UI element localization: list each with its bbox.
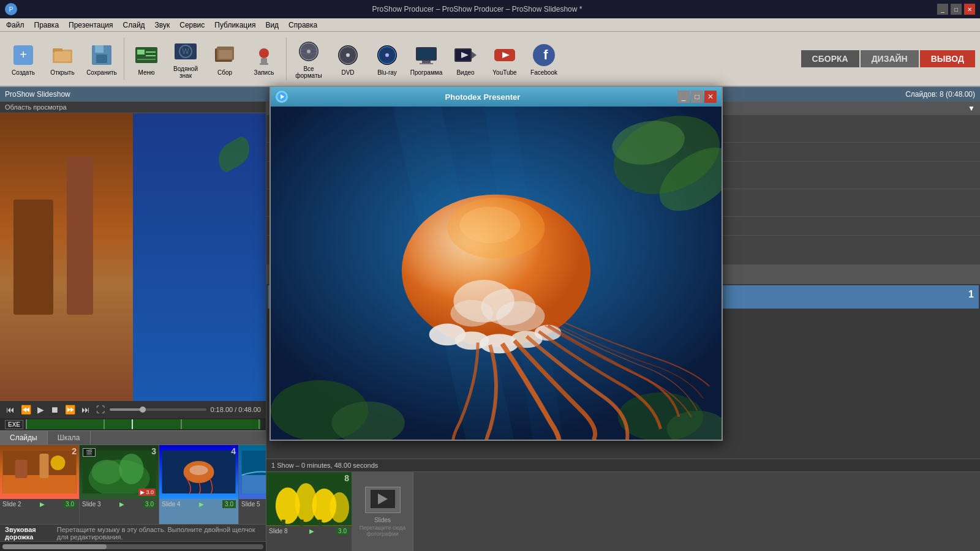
- dizain-button[interactable]: ДИЗАЙН: [861, 50, 919, 67]
- svg-text:W: W: [182, 47, 189, 56]
- dvd-icon: [335, 42, 361, 68]
- dvd-button[interactable]: DVD: [330, 35, 366, 83]
- slide-thumb-3: ▶ 3.0 🎬: [80, 445, 159, 499]
- audio-bar: Звуковая дорожка Перетащите музыку в эту…: [0, 524, 266, 541]
- menu-presentation[interactable]: Презентация: [65, 20, 117, 31]
- svg-point-96: [496, 301, 545, 332]
- all-formats-button[interactable]: Все форматы: [290, 35, 327, 83]
- restore-button[interactable]: □: [951, 4, 962, 15]
- menu-file[interactable]: Файл: [2, 20, 28, 31]
- svg-point-95: [450, 300, 493, 327]
- collection-button[interactable]: Сбор: [206, 35, 243, 83]
- svg-rect-35: [420, 63, 433, 64]
- menu-edit[interactable]: Правка: [31, 20, 63, 31]
- slide-label-4: Slide 4: [162, 501, 181, 508]
- timeline-track[interactable]: [26, 419, 261, 429]
- top-nav: СБОРКА ДИЗАЙН ВЫВОД: [801, 50, 975, 67]
- slide-thumb-2: [0, 445, 79, 499]
- facebook-label: Facebook: [530, 69, 557, 76]
- vivod-button[interactable]: ВЫВОД: [920, 50, 975, 67]
- slide-play-8: ▶: [309, 528, 314, 534]
- tab-timeline[interactable]: Шкала: [48, 431, 91, 444]
- slide-item-5[interactable]: 5 Slide 5 ▶ 3.0: [239, 445, 266, 524]
- svg-rect-69: [282, 520, 285, 526]
- svg-rect-4: [55, 51, 70, 61]
- preview-label: Область просмотра: [0, 102, 266, 113]
- skip-end-button[interactable]: ⏭: [80, 403, 91, 416]
- program-button[interactable]: Программа: [408, 35, 445, 83]
- presenter-maximize[interactable]: □: [691, 91, 703, 103]
- tab-slides[interactable]: Слайды: [0, 431, 48, 444]
- play-button[interactable]: ▶: [36, 403, 45, 416]
- facebook-button[interactable]: f Facebook: [526, 35, 562, 83]
- app-icon: P: [5, 3, 17, 15]
- create-button[interactable]: + Создать: [5, 35, 42, 83]
- skip-start-button[interactable]: ⏮: [5, 403, 16, 416]
- rewind-button[interactable]: ⏪: [20, 403, 32, 416]
- slide-label-8: Slide 8: [269, 528, 288, 534]
- svg-point-51: [92, 460, 123, 484]
- svg-rect-18: [219, 50, 232, 59]
- record-icon: [251, 42, 277, 68]
- svg-rect-9: [137, 50, 145, 54]
- presenter-close[interactable]: ✕: [704, 91, 717, 103]
- scroll-track[interactable]: [2, 544, 263, 549]
- all-formats-icon: [296, 39, 322, 64]
- svg-point-55: [190, 465, 208, 475]
- svg-point-48: [51, 455, 66, 470]
- menu-slide[interactable]: Слайд: [119, 20, 149, 31]
- menu-tool-button[interactable]: Меню: [128, 35, 165, 83]
- watermark-button[interactable]: W Водяной знак: [167, 35, 204, 83]
- slide-label-2: Slide 2: [2, 501, 21, 508]
- slide-play-2: ▶: [40, 501, 45, 508]
- slide-item-4[interactable]: 4 Slide 4 ▶ 3.0: [159, 445, 239, 524]
- menu-view[interactable]: Вид: [262, 20, 282, 31]
- forward-button[interactable]: ⏩: [64, 403, 77, 416]
- window-title: ProShow Producer – ProShow Producer – Pr…: [17, 5, 937, 13]
- audio-hint: Перетащите музыку в эту область. Выполни…: [57, 526, 261, 541]
- menu-publish[interactable]: Публикация: [211, 20, 259, 31]
- youtube-button[interactable]: YouTube: [486, 35, 523, 83]
- preview-area: [0, 113, 266, 401]
- menu-tool-label: Меню: [138, 69, 154, 76]
- presenter-content: [271, 107, 722, 440]
- video-label: Видео: [456, 69, 474, 76]
- slide-duration-3: 3.0: [143, 500, 156, 508]
- watermark-label: Водяной знак: [170, 66, 201, 79]
- create-icon: +: [10, 42, 36, 68]
- open-button[interactable]: Открыть: [44, 35, 81, 83]
- bottom-scrollbar[interactable]: [0, 541, 266, 551]
- presenter-minimize[interactable]: _: [677, 91, 690, 103]
- sborka-button[interactable]: СБОРКА: [801, 50, 859, 67]
- dvd-label: DVD: [341, 69, 354, 76]
- svg-rect-47: [40, 454, 49, 478]
- shows-footer-text: 1 Show – 0 minutes, 48.00 seconds: [271, 462, 378, 469]
- slide-item-8[interactable]: 8 Slide 8 ▶ 3.0: [266, 472, 352, 551]
- stop-button[interactable]: ⏹: [49, 403, 60, 416]
- slide-duration-8: 3.0: [336, 527, 349, 535]
- playback-bar: ⏮ ⏪ ▶ ⏹ ⏩ ⏭ ⛶ 0:18.00 / 0:48.00: [5, 403, 261, 416]
- bluray-button[interactable]: Blu-ray: [369, 35, 405, 83]
- record-button[interactable]: Запись: [246, 35, 282, 83]
- scroll-thumb: [2, 544, 107, 549]
- publish-collapse-icon[interactable]: ▼: [968, 104, 975, 113]
- slide-item-2[interactable]: 2 Slide 2 ▶ 3.0: [0, 445, 80, 524]
- video-button[interactable]: Видео: [447, 35, 484, 83]
- slide-thumb-8: [266, 472, 352, 526]
- menu-help[interactable]: Справка: [285, 20, 321, 31]
- fullscreen-button[interactable]: ⛶: [95, 403, 106, 416]
- save-label: Сохранить: [86, 69, 117, 76]
- watermark-icon: W: [173, 39, 198, 64]
- seek-bar[interactable]: [110, 408, 206, 411]
- last-slide-area[interactable]: Slides Перетащите сюда фотографии: [352, 472, 413, 551]
- save-button[interactable]: Сохранить: [83, 35, 120, 83]
- slide-item-3[interactable]: ▶ 3.0 🎬 3 Slide 3 ▶ 3.0: [80, 445, 159, 524]
- close-button[interactable]: ✕: [964, 4, 975, 15]
- slide-play-3: ▶: [119, 501, 124, 508]
- audio-label: Звуковая дорожка: [5, 526, 52, 541]
- menu-service[interactable]: Сервис: [176, 20, 208, 31]
- slide-strip: 2 Slide 2 ▶ 3.0 ▶ 3.0 🎬 3 Slide 3 ▶: [0, 444, 266, 524]
- slide-tabs: Слайды Шкала: [0, 430, 266, 444]
- menu-sound[interactable]: Звук: [151, 20, 174, 31]
- minimize-button[interactable]: _: [937, 4, 948, 15]
